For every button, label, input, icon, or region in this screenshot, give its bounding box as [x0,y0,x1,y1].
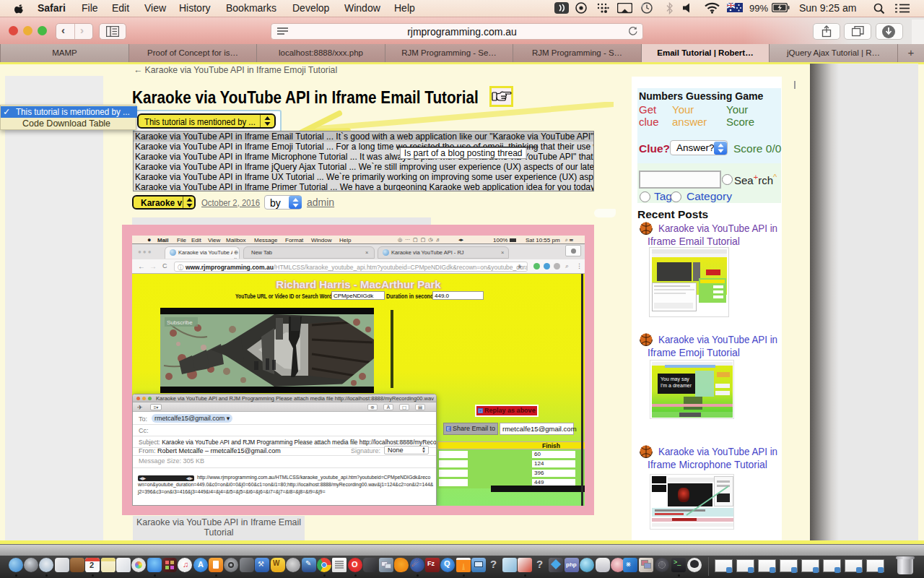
svg-text:Subscribe: Subscribe [167,319,193,326]
